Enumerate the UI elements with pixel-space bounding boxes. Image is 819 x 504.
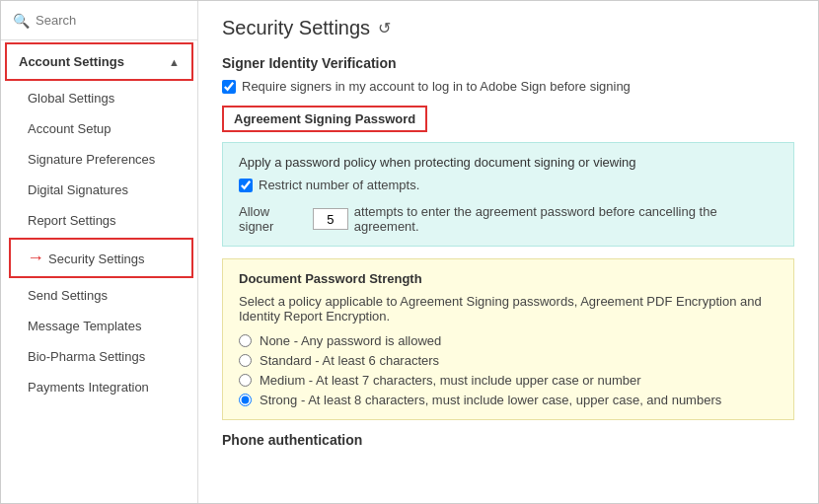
signer-identity-title: Signer Identity Verification: [222, 55, 794, 71]
chevron-up-icon: ▲: [169, 56, 180, 68]
sidebar-item-signature-preferences[interactable]: Signature Preferences: [1, 144, 197, 175]
restrict-attempts-row: Restrict number of attempts.: [239, 178, 778, 192]
password-option-standard: Standard - At least 6 characters: [239, 353, 778, 368]
restrict-attempts-label: Restrict number of attempts.: [259, 178, 419, 192]
search-icon: 🔍: [13, 13, 30, 29]
restrict-attempts-checkbox[interactable]: [239, 179, 253, 192]
teal-box-title: Apply a password policy when protecting …: [239, 155, 778, 170]
phone-auth-title: Phone authentication: [222, 432, 794, 448]
password-option-strong: Strong - At least 8 characters, must inc…: [239, 393, 778, 407]
sidebar-item-send-settings[interactable]: Send Settings: [1, 280, 197, 311]
signer-identity-checkbox[interactable]: [222, 80, 236, 94]
sidebar-item-report-settings[interactable]: Report Settings: [1, 205, 197, 236]
attempts-input[interactable]: [313, 208, 348, 230]
page-title-text: Security Settings: [222, 17, 370, 39]
sidebar: 🔍 Account Settings ▲ Global Settings Acc…: [1, 1, 198, 503]
password-option-medium: Medium - At least 7 characters, must inc…: [239, 373, 778, 388]
yellow-box-description: Select a policy applicable to Agreement …: [239, 294, 778, 324]
sidebar-item-digital-signatures[interactable]: Digital Signatures: [1, 175, 197, 205]
search-box[interactable]: 🔍: [1, 1, 197, 40]
password-radio-none[interactable]: [239, 334, 252, 347]
sidebar-item-global-settings[interactable]: Global Settings: [1, 83, 197, 113]
sidebar-item-payments-integration[interactable]: Payments Integration: [1, 372, 197, 402]
password-radio-medium[interactable]: [239, 374, 252, 387]
attempts-suffix-label: attempts to enter the agreement password…: [354, 204, 778, 234]
account-settings-label: Account Settings: [19, 54, 124, 69]
arrow-icon: →: [27, 248, 44, 268]
password-option-strong-label: Strong - At least 8 characters, must inc…: [260, 393, 721, 407]
password-strength-options: None - Any password is allowed Standard …: [239, 333, 778, 407]
main-content: Security Settings ↺ Signer Identity Veri…: [198, 1, 818, 503]
signer-identity-checkbox-label: Require signers in my account to log in …: [242, 79, 631, 94]
asp-header-label: Agreement Signing Password: [222, 106, 427, 132]
password-radio-standard[interactable]: [239, 354, 252, 367]
signer-identity-section: Signer Identity Verification Require sig…: [222, 55, 794, 94]
signer-identity-checkbox-row: Require signers in my account to log in …: [222, 79, 794, 94]
attempts-prefix-label: Allow signer: [239, 204, 307, 234]
yellow-box-title: Document Password Strength: [239, 271, 778, 286]
yellow-box: Document Password Strength Select a poli…: [222, 258, 794, 420]
refresh-icon[interactable]: ↺: [378, 19, 391, 37]
password-option-standard-label: Standard - At least 6 characters: [260, 353, 439, 368]
search-input[interactable]: [36, 13, 186, 28]
password-option-none: None - Any password is allowed: [239, 333, 778, 348]
attempts-row: Allow signer attempts to enter the agree…: [239, 204, 778, 234]
sidebar-item-security-settings[interactable]: →Security Settings: [9, 238, 193, 278]
page-title-area: Security Settings ↺: [222, 17, 794, 39]
nav-section: Account Settings ▲ Global Settings Accou…: [1, 40, 197, 503]
nav-items-list: Global Settings Account Setup Signature …: [1, 83, 197, 402]
agreement-signing-password-section: Agreement Signing Password Apply a passw…: [222, 106, 794, 420]
teal-box: Apply a password policy when protecting …: [222, 142, 794, 247]
sidebar-item-bio-pharma-settings[interactable]: Bio-Pharma Settings: [1, 341, 197, 372]
app-container: 🔍 Account Settings ▲ Global Settings Acc…: [0, 0, 819, 504]
sidebar-item-account-setup[interactable]: Account Setup: [1, 113, 197, 144]
password-radio-strong[interactable]: [239, 394, 252, 406]
password-option-none-label: None - Any password is allowed: [260, 333, 441, 348]
account-settings-group[interactable]: Account Settings ▲: [5, 42, 193, 81]
password-option-medium-label: Medium - At least 7 characters, must inc…: [260, 373, 641, 388]
sidebar-item-message-templates[interactable]: Message Templates: [1, 311, 197, 341]
